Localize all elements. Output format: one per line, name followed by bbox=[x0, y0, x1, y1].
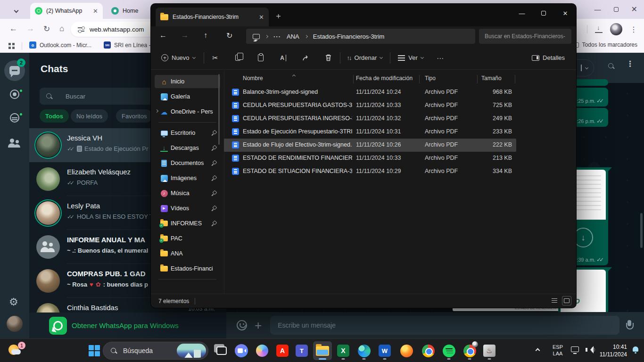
excel-icon[interactable]: X bbox=[334, 341, 353, 360]
copilot-icon[interactable] bbox=[253, 341, 272, 360]
sidebar-item-descargas[interactable]: ↓Descargas bbox=[155, 141, 220, 155]
acrobat-icon[interactable]: A bbox=[273, 341, 292, 360]
column-tamano[interactable]: Tamaño bbox=[481, 75, 502, 82]
conversation-search-icon[interactable] bbox=[602, 63, 608, 72]
file-row[interactable]: Estado de Ejecución Presupuestario-3TRI.… bbox=[224, 125, 516, 139]
word-icon[interactable]: W bbox=[375, 341, 394, 360]
share-icon[interactable] bbox=[295, 55, 317, 61]
sidebar-item-escritorio[interactable]: Escritorio bbox=[155, 126, 220, 140]
breadcrumb-ana[interactable]: ANA bbox=[287, 33, 299, 40]
sidebar-item-ana[interactable]: ANA bbox=[155, 247, 220, 260]
explorer-maximize-button[interactable] bbox=[533, 4, 554, 23]
bookmark-outlook[interactable]: o Outlook.com - Micr... bbox=[29, 41, 91, 49]
view-button[interactable]: Ver bbox=[398, 54, 423, 61]
browser-maximize-button[interactable] bbox=[614, 7, 619, 12]
bookmark-sri[interactable]: SRI SRI en Línea - I bbox=[104, 41, 154, 49]
apps-grid-icon[interactable] bbox=[8, 43, 15, 49]
sidebar-scrollbar[interactable] bbox=[218, 74, 220, 145]
chrome-icon[interactable] bbox=[419, 341, 438, 360]
new-tab-icon[interactable]: ＋ bbox=[274, 10, 282, 21]
rename-icon[interactable]: A bbox=[272, 55, 295, 61]
details-button[interactable]: Detalles bbox=[532, 54, 565, 61]
tab-close-icon[interactable]: ✕ bbox=[93, 8, 98, 15]
expand-chevron-icon[interactable] bbox=[155, 109, 158, 113]
explorer-close-button[interactable]: ✕ bbox=[554, 4, 576, 23]
chat-app-icon[interactable] bbox=[232, 341, 251, 360]
nav-forward-icon[interactable]: → bbox=[181, 31, 189, 40]
sidebar-item-documentos[interactable]: Documentos bbox=[155, 156, 220, 170]
file-row[interactable]: ESTADO DE RENDIMIENTO FINANCIERO-...11/1… bbox=[224, 152, 516, 165]
copy-icon[interactable] bbox=[227, 55, 249, 61]
browser-tab-home[interactable]: Home bbox=[107, 3, 151, 19]
thumbnail-view-icon[interactable] bbox=[562, 296, 571, 305]
browser-close-button[interactable]: ✕ bbox=[631, 5, 637, 14]
filter-no-leidos[interactable]: No leídos bbox=[71, 109, 108, 123]
task-view-button[interactable] bbox=[212, 341, 231, 360]
settings-gear-icon[interactable]: ⚙ bbox=[9, 296, 18, 308]
filter-todos[interactable]: Todos bbox=[40, 109, 69, 123]
sidebar-item-pac[interactable]: PAC bbox=[155, 232, 220, 245]
sidebar-item-estados-financieros[interactable]: Estados-Financi bbox=[155, 262, 220, 275]
spotify-icon[interactable] bbox=[439, 341, 458, 360]
file-row[interactable]: CEDULA PRESUPUESTARIA INGRESO-3TRI...11/… bbox=[224, 112, 516, 125]
column-tipo[interactable]: Tipo bbox=[425, 75, 436, 82]
explorer-search-input[interactable]: Buscar en Estados-Financieros- bbox=[479, 29, 571, 44]
url-text[interactable]: web.whatsapp.com bbox=[90, 26, 144, 33]
sidebar-item-galeria[interactable]: Galería bbox=[155, 90, 220, 103]
attach-plus-icon[interactable]: + bbox=[255, 318, 262, 333]
downloads-icon[interactable] bbox=[595, 25, 603, 33]
profile-avatar[interactable] bbox=[7, 316, 23, 332]
sort-button[interactable]: ↑↓ Ordenar bbox=[347, 54, 383, 61]
all-bookmarks-button[interactable]: Todos los marcadores bbox=[573, 41, 637, 48]
message-input[interactable]: Escribe un mensaje bbox=[270, 316, 619, 335]
firefox-icon[interactable] bbox=[397, 341, 416, 360]
column-fecha[interactable]: Fecha de modificación bbox=[356, 75, 413, 82]
more-options-icon[interactable]: ··· bbox=[429, 54, 452, 62]
start-button[interactable] bbox=[89, 345, 100, 356]
nav-up-icon[interactable]: ↑ bbox=[204, 31, 207, 40]
chats-icon[interactable] bbox=[9, 66, 20, 75]
sidebar-item-onedrive[interactable]: ☁OneDrive - Pers bbox=[155, 105, 220, 118]
teams-icon[interactable]: T bbox=[292, 341, 311, 360]
new-button[interactable]: + Nuevo bbox=[161, 54, 195, 61]
download-button[interactable]: ↓ bbox=[573, 228, 593, 247]
language-indicator[interactable]: ESP LAA bbox=[553, 344, 563, 357]
sidebar-item-musica[interactable]: ♪Música bbox=[155, 187, 220, 200]
browser-back-button[interactable]: ← bbox=[9, 24, 17, 33]
breadcrumb[interactable]: ··· ANA Estados-Financieros-3trim bbox=[246, 29, 475, 44]
browser-reload-button[interactable]: ↻ bbox=[43, 24, 50, 34]
network-icon[interactable] bbox=[571, 346, 579, 352]
nav-back-icon[interactable]: ← bbox=[159, 31, 167, 40]
communities-icon[interactable] bbox=[8, 139, 21, 148]
microphone-icon[interactable] bbox=[626, 320, 633, 330]
get-whatsapp-banner[interactable]: Obtener WhatsApp para Windows bbox=[29, 313, 226, 338]
file-row-selected[interactable]: Estado de Flujo del Efectivo-3trim-signe… bbox=[224, 139, 516, 152]
delete-icon[interactable] bbox=[317, 54, 340, 61]
explorer-tab[interactable]: Estados-Financieros-3trim ✕ bbox=[156, 8, 269, 26]
file-row[interactable]: CEDULA PRESUPUESTARIA GASTOS-3TRI...11/1… bbox=[224, 99, 516, 112]
java-app-icon[interactable]: ♨ bbox=[480, 341, 499, 360]
browser-profile-avatar[interactable] bbox=[610, 23, 622, 35]
conversation-scrollbar[interactable] bbox=[640, 213, 643, 248]
conversation-menu-icon[interactable]: ⋮ bbox=[626, 62, 629, 66]
column-divider[interactable] bbox=[515, 75, 515, 83]
widgets-button[interactable]: 1 bbox=[8, 342, 26, 360]
column-divider[interactable] bbox=[419, 75, 420, 83]
browser-tab-whatsapp[interactable]: (2) WhatsApp ✕ bbox=[30, 3, 103, 19]
explorer-minimize-button[interactable]: — bbox=[511, 4, 533, 23]
filter-favoritos[interactable]: Favoritos bbox=[116, 109, 152, 123]
list-view-icon[interactable] bbox=[550, 296, 559, 305]
breadcrumb-overflow-icon[interactable]: ··· bbox=[273, 33, 281, 40]
hidden-icons-chevron[interactable] bbox=[536, 348, 540, 353]
channels-icon[interactable] bbox=[10, 113, 19, 123]
site-settings-icon[interactable] bbox=[78, 26, 84, 32]
status-icon[interactable] bbox=[10, 90, 19, 99]
sidebar-item-informes[interactable]: INFORMES bbox=[155, 217, 220, 230]
taskbar-search[interactable]: Búsqueda bbox=[103, 342, 208, 360]
speaker-icon[interactable] bbox=[586, 346, 594, 354]
emoji-icon[interactable] bbox=[237, 320, 247, 330]
nav-refresh-icon[interactable]: ↻ bbox=[226, 31, 232, 40]
edge-icon[interactable] bbox=[355, 341, 373, 360]
chrome-profile-icon[interactable] bbox=[460, 341, 479, 360]
file-row[interactable]: ESTADO DE SITUACION FINANCIERA-3tri...11… bbox=[224, 165, 516, 178]
